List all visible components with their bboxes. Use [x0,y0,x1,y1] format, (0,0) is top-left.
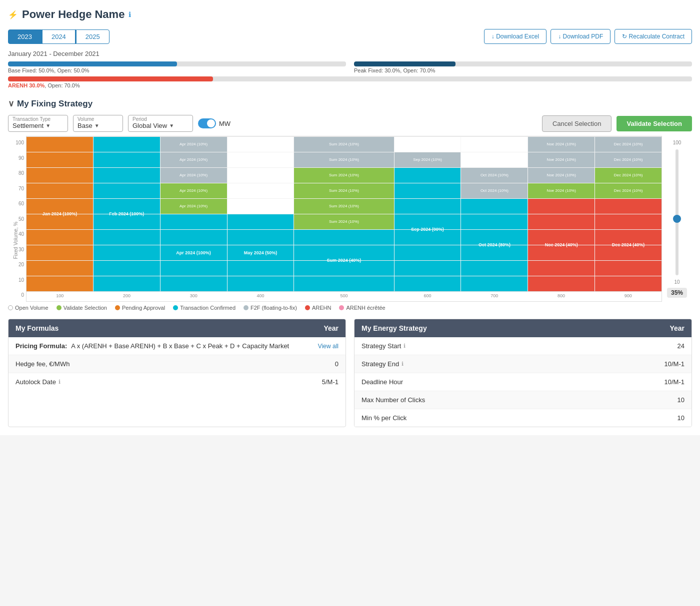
formulas-year-header: Year [324,324,338,332]
x-label-4: 400 [227,292,294,301]
strategy-end-info[interactable]: ℹ [402,361,404,367]
transaction-type-value[interactable]: Settlement ▼ [12,122,62,129]
pricing-label: Pricing Formula: A x (ARENH + Base ARENH… [16,342,289,350]
energy-strategy-card: My Energy Strategy Year Strategy Start ℹ… [354,319,692,427]
bar-apr-5[interactable]: Apr 2024 (10%) [160,198,227,214]
slider-thumb[interactable] [673,215,681,223]
peak-progress-bar [354,61,456,66]
chart-col-oct[interactable]: Oct 2024 (10%) Oct 2024 (10%) Oct 2024 (… [461,136,528,291]
bar-apr-2[interactable]: Apr 2024 (10%) [160,152,227,167]
year-tab-2025[interactable]: 2025 [76,29,110,44]
year-tab-2023[interactable]: 2023 [8,29,42,44]
chart-col-sep[interactable]: Sep 2024 (10%) Sep 2024 (90%) [394,136,462,291]
volume-filter[interactable]: Volume Base ▼ [73,115,123,132]
bar-noe-2[interactable]: Noe 2024 (10%) [528,152,594,167]
download-pdf-button[interactable]: ↓ Download PDF [550,29,610,44]
bar-noe-3[interactable]: Noe 2024 (10%) [528,167,594,183]
bar-apr-6[interactable]: Apr 2024 (100%) [160,214,227,291]
bar-sum-5[interactable]: Sum 2024 (10%) [294,198,394,214]
bar-dec-4[interactable]: Dec 2024 (10%) [595,183,662,198]
edit-icon[interactable]: ⚡ [8,10,18,19]
x-label-3: 300 [160,292,227,301]
legend-confirmed: Transaction Confirmed [173,305,236,311]
bar-oct-1[interactable]: Oct 2024 (10%) [461,167,528,183]
bar-noe-1[interactable]: Noe 2024 (10%) [528,136,594,152]
bar-apr-3[interactable]: Apr 2024 (10%) [160,167,227,183]
recalculate-button[interactable]: ↻ Recalculate Contract [614,29,692,44]
bar-noe-4[interactable]: Noe 2024 (10%) [528,183,594,198]
bar-sum-7[interactable]: Sum 2024 (40%) [294,229,394,291]
chart-col-apr[interactable]: Apr 2024 (10%) Apr 2024 (10%) Apr 2024 (… [160,136,228,291]
page-title: Power Hedge Name [22,8,124,21]
view-all-link[interactable]: View all [318,343,338,350]
year-tab-2024[interactable]: 2024 [42,29,76,44]
strategy-title: My Fixing Strategy [17,99,92,109]
right-axis-bottom: 10 [674,279,680,285]
filters-row: Transaction Type Settlement ▼ Volume Bas… [8,115,692,132]
bar-noe-5[interactable]: Noe 2024 (40%) [528,198,594,291]
period-filter-value[interactable]: Global View ▼ [132,122,188,129]
bar-feb[interactable]: Feb 2024 (100%) [94,136,160,291]
formulas-card: My Formulas Year Pricing Formula: A x (A… [8,319,346,427]
period-filter[interactable]: Period Global View ▼ [128,115,193,132]
chart-col-jan[interactable]: Jan 2024 (100%) [26,136,94,291]
mw-label: MW [219,120,230,127]
autolock-info-icon[interactable]: ℹ [58,379,60,385]
bar-may[interactable]: May 2024 (50%) [228,214,294,291]
strategy-start-info[interactable]: ℹ [404,343,406,349]
bar-sum-6[interactable]: Sum 2024 (10%) [294,214,394,229]
bar-apr-1[interactable]: Apr 2024 (10%) [160,136,227,152]
transaction-type-label: Transaction Type [12,116,62,122]
download-excel-button[interactable]: ↓ Download Excel [484,29,546,44]
deadline-hour-value: 10/M-1 [664,378,684,386]
strategy-toggle-icon[interactable]: ∨ [8,98,14,109]
bar-sum-3[interactable]: Sum 2024 (10%) [294,167,394,183]
vertical-slider[interactable] [676,149,678,275]
bar-sep-2[interactable]: Sep 2024 (90%) [394,167,461,291]
bar-dec-5[interactable]: Dec 2024 (40%) [595,198,662,291]
bar-oct-3[interactable]: Oct 2024 (80%) [461,198,528,291]
autolock-row: Autolock Date ℹ 5/M-1 [8,373,346,391]
x-label-5: 500 [294,292,394,301]
volume-label: Volume [78,116,118,122]
transaction-type-filter[interactable]: Transaction Type Settlement ▼ [8,115,68,132]
strategy-end-label: Strategy End ℹ [362,360,404,368]
hedge-fee-row: Hedge fee, €/MWh 0 [8,355,346,373]
chart-area: Jan 2024 (100%) Feb 2024 (100%) Apr 2024… [26,136,662,302]
formulas-title: My Formulas [16,324,58,332]
info-icon[interactable]: ℹ [128,10,131,18]
volume-value[interactable]: Base ▼ [78,122,118,129]
bar-dec-3[interactable]: Dec 2024 (10%) [595,167,662,183]
energy-strategy-title: My Energy Strategy [362,324,427,332]
chart-col-sum[interactable]: Sum 2024 (10%) Sum 2024 (10%) Sum 2024 (… [294,136,394,291]
bar-sum-1[interactable]: Sum 2024 (10%) [294,136,394,152]
chart-col-may[interactable]: May 2024 (50%) [228,136,294,291]
max-clicks-label: Max Number of Clicks [362,396,425,404]
legend-dot-f2f [244,305,248,310]
x-label-2: 200 [94,292,160,301]
transaction-type-arrow: ▼ [46,123,50,128]
bar-oct-2[interactable]: Oct 2024 (10%) [461,183,528,198]
legend-f2f: F2F (floating-to-fix) [244,305,297,311]
chart-col-dec[interactable]: Dec 2024 (10%) Dec 2024 (10%) Dec 2024 (… [595,136,662,291]
hedge-fee-label: Hedge fee, €/MWh [16,360,70,368]
bar-apr-4[interactable]: Apr 2024 (10%) [160,183,227,198]
x-label-8: 800 [528,292,595,301]
right-axis-top: 100 [673,140,682,145]
chart-col-feb[interactable]: Feb 2024 (100%) [94,136,160,291]
validate-selection-button[interactable]: Validate Selection [616,116,692,131]
bar-sep-1[interactable]: Sep 2024 (10%) [394,152,461,167]
chart-col-noe[interactable]: Noe 2024 (10%) Noe 2024 (10%) Noe 2024 (… [528,136,595,291]
bar-sum-2[interactable]: Sum 2024 (10%) [294,152,394,167]
deadline-hour-row: Deadline Hour 10/M-1 [354,373,692,391]
x-axis-row: 100 200 300 400 500 600 700 800 900 [26,291,662,301]
legend-validate: Validate Selection [56,305,107,311]
formula-pricing-row: Pricing Formula: A x (ARENH + Base ARENH… [8,337,346,355]
cancel-selection-button[interactable]: Cancel Selection [542,115,612,132]
base-progress-bar [8,61,177,66]
bar-dec-1[interactable]: Dec 2024 (10%) [595,136,662,152]
mw-toggle[interactable] [198,118,216,128]
bar-dec-2[interactable]: Dec 2024 (10%) [595,152,662,167]
bar-sum-4[interactable]: Sum 2024 (10%) [294,183,394,198]
bar-jan[interactable]: Jan 2024 (100%) [26,136,93,291]
